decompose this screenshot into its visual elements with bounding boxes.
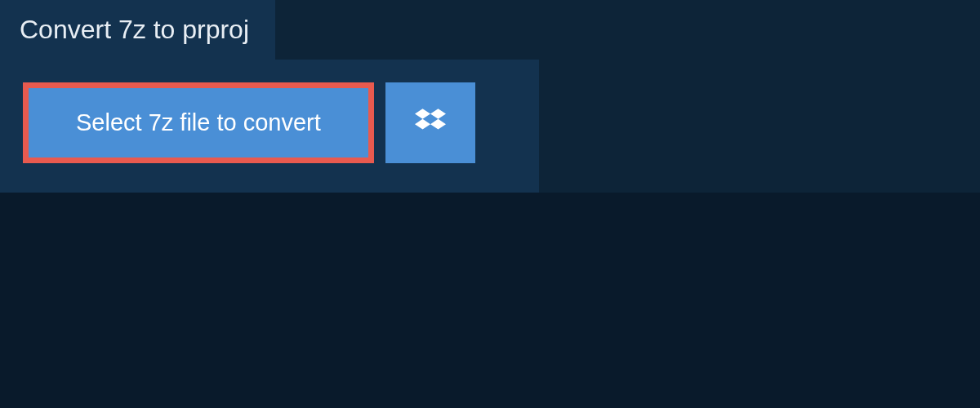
dropbox-upload-button[interactable] xyxy=(385,82,475,163)
select-file-label: Select 7z file to convert xyxy=(76,109,321,136)
page-title: Convert 7z to prproj xyxy=(20,15,249,44)
dropbox-icon xyxy=(415,106,446,140)
page-title-tab: Convert 7z to prproj xyxy=(0,0,275,60)
select-file-button[interactable]: Select 7z file to convert xyxy=(23,82,374,163)
upload-panel: Select 7z file to convert xyxy=(0,60,539,193)
bottom-background xyxy=(0,193,980,408)
